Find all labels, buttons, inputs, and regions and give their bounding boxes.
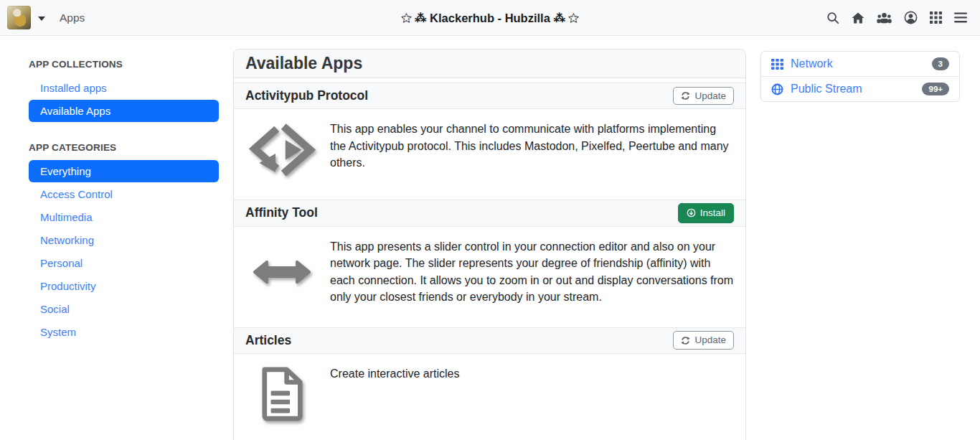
sidebar-item-installed-apps[interactable]: Installed apps	[29, 77, 219, 99]
activitypub-logo-icon	[245, 121, 319, 178]
sidebar-item-multimedia[interactable]: Multimedia	[29, 206, 219, 228]
app-section-header: Articles Update	[234, 327, 745, 354]
download-circle-icon	[687, 208, 696, 217]
site-title: ✩ ⁂ Klackerhub - Hubzilla ⁂ ✩	[402, 11, 579, 24]
app-section-header: Activitypub Protocol Update	[234, 83, 745, 109]
navbar: Apps ✩ ⁂ Klackerhub - Hubzilla ⁂ ✩	[0, 0, 980, 36]
app-body: This app presents a slider control in yo…	[234, 227, 745, 323]
app-collections-list: Installed apps Available Apps	[29, 77, 219, 122]
document-icon	[245, 365, 319, 423]
button-label: Install	[700, 208, 725, 218]
group-icon[interactable]	[877, 12, 892, 24]
sidebar-item-system[interactable]: System	[29, 321, 219, 343]
install-button[interactable]: Install	[678, 203, 734, 223]
app-body: This app enables your channel to communi…	[234, 109, 745, 195]
account-icon[interactable]	[904, 11, 918, 24]
app-description: This app presents a slider control in yo…	[330, 238, 734, 306]
network-count-badge: 3	[932, 57, 949, 70]
public-stream-count-badge: 99+	[922, 83, 949, 95]
chevron-down-icon[interactable]	[38, 17, 45, 21]
grid-icon	[771, 59, 783, 70]
app-categories-heading: APP CATEGORIES	[29, 142, 219, 153]
sidebar-item-everything[interactable]: Everything	[29, 160, 219, 182]
panel-header: Available Apps	[234, 50, 745, 78]
globe-icon	[771, 83, 783, 95]
app-grid-icon[interactable]	[930, 11, 942, 24]
app-title: Affinity Tool	[245, 205, 318, 220]
app-title: Articles	[245, 333, 291, 348]
sidebar-item-networking[interactable]: Networking	[29, 229, 219, 251]
button-label: Update	[694, 335, 726, 345]
app-body: Create interactive articles	[234, 354, 745, 440]
page-body: APP COLLECTIONS Installed apps Available…	[0, 36, 980, 440]
network-link[interactable]: Network	[791, 57, 833, 70]
refresh-icon	[681, 336, 690, 345]
button-label: Update	[694, 91, 726, 101]
channel-avatar[interactable]	[7, 6, 31, 29]
app-section: Affinity Tool Install	[234, 200, 745, 323]
sidebar-item-access-control[interactable]: Access Control	[29, 183, 219, 205]
channel-menu[interactable]: Apps	[7, 6, 85, 29]
app-title: Activitypub Protocol	[245, 88, 368, 103]
streams-card: Network 3 Public Stream 99+	[760, 51, 960, 102]
navbar-actions	[826, 11, 967, 24]
search-icon[interactable]	[826, 11, 839, 24]
sidebar-item-productivity[interactable]: Productivity	[29, 275, 219, 297]
refresh-icon	[681, 91, 690, 100]
menu-icon[interactable]	[954, 12, 967, 23]
update-button[interactable]: Update	[673, 87, 734, 106]
double-arrow-icon	[245, 238, 319, 287]
app-section: Articles Update	[234, 327, 745, 440]
app-description: This app enables your channel to communi…	[330, 121, 734, 172]
available-apps-panel: Available Apps Activitypub Protocol Upda…	[233, 49, 746, 440]
app-description: Create interactive articles	[330, 365, 460, 383]
public-stream-link[interactable]: Public Stream	[791, 83, 862, 95]
right-sidebar: Network 3 Public Stream 99+	[760, 49, 960, 102]
sidebar-item-personal[interactable]: Personal	[29, 252, 219, 274]
network-link-row[interactable]: Network 3	[761, 52, 959, 76]
app-section: Activitypub Protocol Update	[234, 83, 745, 195]
app-collections-heading: APP COLLECTIONS	[29, 59, 219, 70]
sidebar-item-available-apps[interactable]: Available Apps	[29, 100, 219, 122]
left-sidebar: APP COLLECTIONS Installed apps Available…	[29, 49, 219, 363]
current-app-label[interactable]: Apps	[60, 11, 85, 24]
public-stream-link-row[interactable]: Public Stream 99+	[761, 76, 959, 101]
update-button[interactable]: Update	[673, 331, 734, 350]
sidebar-item-social[interactable]: Social	[29, 298, 219, 320]
app-categories-list: Everything Access Control Multimedia Net…	[29, 160, 219, 343]
page-title: Available Apps	[245, 54, 734, 73]
home-icon[interactable]	[852, 12, 864, 24]
app-section-header: Affinity Tool Install	[234, 200, 745, 227]
